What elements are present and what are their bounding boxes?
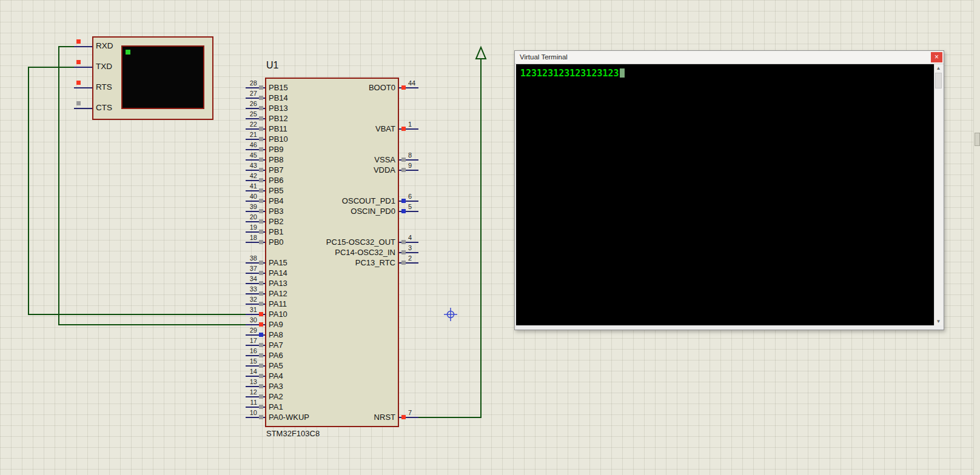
app-scrollbar-thumb[interactable] — [975, 133, 980, 146]
terminal-pin-label-RTS: RTS — [96, 82, 112, 91]
mcu-pin-state-PC15-OSC32_OUT — [401, 240, 406, 244]
mcu-pin-number-PC13_RTC: 2 — [408, 254, 412, 262]
mcu-pin-name-PA4: PA4 — [269, 371, 283, 380]
mcu-pin-name-OSCOUT_PD1: OSCOUT_PD1 — [277, 196, 395, 205]
mcu-pin-name-PA9: PA9 — [269, 320, 283, 329]
mcu-pin-name-BOOT0: BOOT0 — [277, 83, 395, 92]
mcu-pin-name-VDDA: VDDA — [277, 165, 395, 174]
mcu-pin-name-PA12: PA12 — [269, 289, 287, 298]
mcu-pin-state-PB5 — [259, 188, 263, 193]
power-symbol-icon[interactable] — [476, 47, 486, 59]
mcu-pin-name-PA11: PA11 — [269, 299, 287, 308]
mcu-reference: U1 — [266, 60, 278, 71]
mcu-pin-number-PA7: 17 — [241, 337, 257, 344]
mcu-pin-state-PB14 — [259, 96, 263, 100]
mcu-pin-state-PC13_RTC — [401, 261, 406, 265]
mcu-pin-state-PA12 — [259, 291, 263, 296]
mcu-pin-name-PB10: PB10 — [269, 135, 288, 144]
mcu-pin-name-PC13_RTC: PC13_RTC — [277, 258, 395, 267]
mcu-pin-state-PB8 — [259, 158, 263, 162]
mcu-pin-number-PC15-OSC32_OUT: 4 — [408, 234, 412, 241]
terminal-pin-state-CTS — [76, 101, 81, 105]
scroll-down-icon[interactable]: ▼ — [935, 317, 942, 325]
close-icon[interactable]: × — [931, 52, 942, 62]
schematic-canvas[interactable]: U1 STM32F103C8 28PB1527PB1426PB1325PB122… — [0, 0, 980, 475]
terminal-output-screen[interactable]: 123123123123123123 — [516, 64, 934, 325]
mcu-pin-number-PB4: 40 — [241, 193, 257, 200]
mcu-pin-name-NRST: NRST — [277, 413, 395, 422]
mcu-pin-name-PA13: PA13 — [269, 279, 287, 288]
mcu-pin-name-PA3: PA3 — [269, 382, 283, 391]
mcu-pin-name-PB2: PB2 — [269, 217, 284, 226]
mcu-pin-state-PA0-WKUP — [259, 415, 263, 419]
mcu-pin-name-PB6: PB6 — [269, 176, 284, 185]
terminal-pin-stub-RXD[interactable] — [74, 46, 92, 47]
mcu-pin-number-PA1: 11 — [241, 399, 257, 406]
mcu-pin-number-OSCOUT_PD1: 6 — [408, 193, 412, 200]
terminal-activity-indicator — [126, 50, 130, 55]
mcu-pin-state-VSSA — [401, 158, 406, 162]
mcu-pin-number-PA8: 29 — [241, 327, 257, 334]
mcu-pin-number-PB12: 25 — [241, 110, 257, 118]
terminal-pin-state-RTS — [76, 81, 81, 85]
mcu-pin-state-PB4 — [259, 199, 263, 203]
terminal-scrollbar-thumb[interactable] — [935, 73, 942, 88]
mcu-pin-name-PA8: PA8 — [269, 330, 283, 339]
terminal-component-screen — [121, 45, 204, 109]
app-vertical-scrollbar[interactable] — [973, 0, 980, 475]
mcu-pin-number-PA3: 13 — [241, 378, 257, 385]
mcu-pin-state-PA15 — [259, 261, 263, 265]
terminal-pin-stub-RTS[interactable] — [74, 87, 92, 88]
mcu-pin-number-PB15: 28 — [241, 79, 257, 87]
mcu-pin-name-PB12: PB12 — [269, 114, 288, 123]
scroll-up-icon[interactable]: ▲ — [935, 64, 942, 72]
mcu-pin-number-PA0-WKUP: 10 — [241, 409, 257, 416]
mcu-pin-number-VSSA: 8 — [408, 151, 412, 159]
terminal-pin-label-CTS: CTS — [96, 103, 112, 112]
mcu-pin-number-PB13: 26 — [241, 100, 257, 107]
mcu-pin-state-PA10 — [259, 312, 263, 316]
mcu-pin-state-NRST — [401, 415, 406, 419]
mcu-pin-number-PB1: 19 — [241, 224, 257, 231]
mcu-pin-state-VDDA — [401, 168, 406, 172]
mcu-pin-number-PC14-OSC32_IN: 3 — [408, 244, 412, 251]
mcu-pin-number-PA15: 38 — [241, 254, 257, 262]
mcu-pin-number-VBAT: 1 — [408, 121, 412, 128]
mcu-pin-number-PB7: 43 — [241, 162, 257, 169]
wire-nrst-to-power[interactable] — [418, 59, 481, 417]
mcu-pin-name-PB1: PB1 — [269, 227, 284, 236]
mcu-pin-number-PB9: 46 — [241, 141, 257, 148]
terminal-pin-stub-TXD[interactable] — [74, 67, 92, 68]
mcu-pin-number-PB11: 22 — [241, 121, 257, 128]
mcu-pin-number-PA14: 37 — [241, 265, 257, 272]
mcu-pin-state-PB2 — [259, 219, 263, 224]
mcu-pin-state-PB12 — [259, 116, 263, 121]
virtual-terminal-title: Virtual Terminal — [520, 53, 568, 61]
mcu-pin-number-PB3: 39 — [241, 203, 257, 210]
mcu-pin-name-PA10: PA10 — [269, 310, 287, 319]
terminal-scrollbar[interactable]: ▲ ▼ — [934, 64, 942, 325]
mcu-pin-state-OSCIN_PD0 — [401, 209, 406, 213]
mcu-pin-number-PB10: 21 — [241, 131, 257, 138]
mcu-pin-name-VSSA: VSSA — [277, 155, 395, 164]
terminal-pin-state-RXD — [76, 39, 81, 44]
mcu-pin-number-PB8: 45 — [241, 151, 257, 159]
terminal-pin-state-TXD — [76, 60, 81, 64]
mcu-pin-state-PB7 — [259, 168, 263, 172]
terminal-output-text: 123123123123123123 — [520, 68, 619, 79]
mcu-pin-name-PA7: PA7 — [269, 340, 283, 350]
mcu-pin-number-PA10: 31 — [241, 306, 257, 313]
mcu-pin-state-PA5 — [259, 364, 263, 368]
mcu-pin-state-PB3 — [259, 209, 263, 213]
mcu-pin-name-VBAT: VBAT — [277, 124, 395, 133]
mcu-pin-name-PB13: PB13 — [269, 104, 288, 113]
mcu-pin-number-PA2: 12 — [241, 388, 257, 396]
terminal-cursor — [620, 68, 625, 78]
mcu-pin-name-PA5: PA5 — [269, 361, 283, 370]
mcu-pin-number-BOOT0: 44 — [408, 79, 415, 87]
mcu-pin-name-OSCIN_PD0: OSCIN_PD0 — [277, 207, 395, 216]
terminal-pin-stub-CTS[interactable] — [74, 108, 92, 109]
mcu-pin-name-PC15-OSC32_OUT: PC15-OSC32_OUT — [277, 238, 395, 247]
virtual-terminal-titlebar[interactable]: Virtual Terminal × — [515, 51, 944, 64]
mcu-pin-number-PB14: 27 — [241, 90, 257, 97]
